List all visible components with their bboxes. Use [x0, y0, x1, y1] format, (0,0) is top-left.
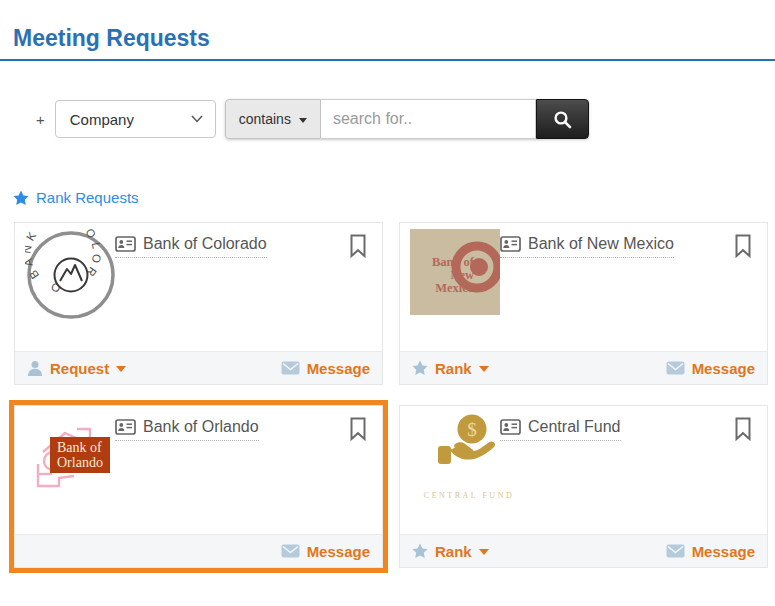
- rank-dropdown[interactable]: Rank: [412, 360, 489, 377]
- person-icon: [27, 360, 43, 376]
- envelope-icon: [281, 361, 300, 375]
- envelope-icon: [666, 361, 685, 375]
- company-card-bank-of-colorado: BANK OF COLORADO Bank of Colorado: [14, 222, 383, 385]
- company-logo: BANK OF COLORADO: [25, 229, 117, 325]
- bookmark-icon[interactable]: [734, 417, 752, 445]
- rank-label: Rank: [435, 543, 472, 560]
- company-name: Bank of Colorado: [143, 235, 267, 253]
- card-body: Bank of Orlando Bank of Orlando: [15, 406, 382, 534]
- address-card-icon: [500, 236, 521, 252]
- logo-label: Bank of Orlando: [50, 437, 110, 473]
- company-name-link[interactable]: Bank of New Mexico: [500, 235, 674, 258]
- star-icon: [412, 360, 428, 376]
- address-card-icon: [500, 419, 521, 435]
- message-button[interactable]: Message: [281, 543, 370, 560]
- search-group: contains: [225, 99, 589, 139]
- field-select-value: Company: [70, 111, 134, 128]
- company-name-link[interactable]: Central Fund: [500, 418, 621, 441]
- bookmark-icon[interactable]: [734, 234, 752, 262]
- chevron-down-icon: [191, 115, 203, 123]
- field-select[interactable]: Company: [55, 100, 216, 138]
- request-dropdown[interactable]: Request: [27, 360, 126, 377]
- company-card-central-fund: $ CENTRAL FUND Central Fund: [399, 405, 768, 568]
- bookmark-icon[interactable]: [349, 234, 367, 262]
- address-card-icon: [115, 236, 136, 252]
- logo-text-line: Bank of: [57, 440, 103, 455]
- caret-down-icon: [299, 118, 307, 123]
- add-filter-button[interactable]: +: [36, 111, 45, 128]
- message-button[interactable]: Message: [281, 360, 370, 377]
- envelope-icon: [666, 544, 685, 558]
- logo-caption: CENTRAL FUND: [414, 491, 524, 500]
- card-body: BANK OF COLORADO Bank of Colorado: [15, 223, 382, 351]
- search-button[interactable]: [536, 99, 589, 139]
- card-footer: Rank Message: [400, 351, 767, 384]
- envelope-icon: [281, 544, 300, 558]
- rank-requests-label: Rank Requests: [36, 189, 139, 206]
- company-card-bank-of-new-mexico: Bank of New Mexico Bank of New Mexico: [399, 222, 768, 385]
- logo-text-line: Orlando: [57, 455, 103, 470]
- message-label: Message: [692, 543, 755, 560]
- rank-label: Rank: [435, 360, 472, 377]
- message-button[interactable]: Message: [666, 543, 755, 560]
- caret-down-icon: [116, 366, 126, 372]
- filter-bar: + Company contains: [36, 99, 775, 139]
- card-footer: Rank Message: [400, 534, 767, 567]
- caret-down-icon: [479, 549, 489, 555]
- message-label: Message: [692, 360, 755, 377]
- rank-requests-link[interactable]: Rank Requests: [13, 189, 139, 206]
- logo-text-line: Mexico: [414, 282, 474, 295]
- star-icon: [412, 543, 428, 559]
- company-name-link[interactable]: Bank of Orlando: [115, 418, 259, 441]
- svg-text:$: $: [467, 419, 477, 440]
- company-name-link[interactable]: Bank of Colorado: [115, 235, 267, 258]
- card-footer: Message: [15, 534, 382, 567]
- company-logo: Bank of New Mexico: [410, 229, 500, 315]
- card-footer: Request Message: [15, 351, 382, 384]
- operator-dropdown[interactable]: contains: [225, 99, 321, 139]
- company-name: Bank of Orlando: [143, 418, 259, 436]
- caret-down-icon: [479, 366, 489, 372]
- request-label: Request: [50, 360, 109, 377]
- message-label: Message: [307, 360, 370, 377]
- rank-dropdown[interactable]: Rank: [412, 543, 489, 560]
- bookmark-icon[interactable]: [349, 417, 367, 445]
- company-logo: Bank of Orlando: [29, 420, 124, 498]
- operator-label: contains: [239, 111, 291, 127]
- company-name: Central Fund: [528, 418, 621, 436]
- company-card-bank-of-orlando: Bank of Orlando Bank of Orlando: [14, 405, 383, 568]
- star-icon: [13, 190, 29, 206]
- cards-grid: BANK OF COLORADO Bank of Colorado: [14, 222, 768, 568]
- card-body: $ CENTRAL FUND Central Fund: [400, 406, 767, 534]
- page-title: Meeting Requests: [0, 0, 775, 61]
- magnifier-icon: [553, 110, 572, 129]
- search-input[interactable]: [321, 99, 536, 139]
- company-name: Bank of New Mexico: [528, 235, 674, 253]
- address-card-icon: [115, 419, 136, 435]
- message-label: Message: [307, 543, 370, 560]
- message-button[interactable]: Message: [666, 360, 755, 377]
- card-body: Bank of New Mexico Bank of New Mexico: [400, 223, 767, 351]
